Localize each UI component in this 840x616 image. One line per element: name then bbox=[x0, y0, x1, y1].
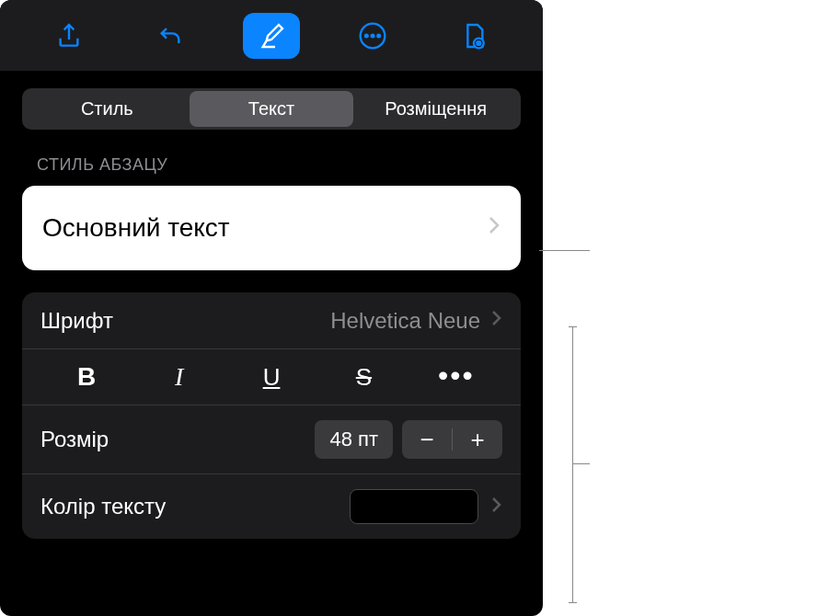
paragraph-style-value: Основний текст bbox=[42, 213, 230, 243]
format-button[interactable] bbox=[243, 13, 300, 59]
callout-line bbox=[569, 326, 577, 327]
size-decrease-button[interactable]: − bbox=[402, 420, 452, 459]
chevron-right-icon bbox=[491, 496, 502, 518]
svg-point-3 bbox=[377, 34, 380, 37]
font-value: Helvetica Neue bbox=[330, 308, 480, 334]
font-row[interactable]: Шрифт Helvetica Neue bbox=[22, 292, 521, 349]
document-view-icon bbox=[459, 21, 489, 51]
text-color-row[interactable]: Колір тексту bbox=[22, 474, 521, 539]
format-panel: Стиль Текст Розміщення СТИЛЬ АБЗАЦУ Осно… bbox=[0, 0, 543, 616]
tab-style[interactable]: Стиль bbox=[25, 91, 190, 127]
svg-point-1 bbox=[365, 34, 368, 37]
svg-point-5 bbox=[477, 41, 480, 45]
callout-line bbox=[572, 326, 573, 602]
text-color-swatch[interactable] bbox=[350, 489, 478, 524]
tab-layout[interactable]: Розміщення bbox=[353, 91, 518, 127]
undo-icon bbox=[155, 21, 185, 51]
strikethrough-button[interactable]: S bbox=[317, 363, 409, 392]
more-circle-icon bbox=[358, 21, 387, 51]
toolbar bbox=[0, 0, 543, 72]
callout-line bbox=[539, 250, 590, 251]
more-button[interactable] bbox=[344, 13, 401, 59]
text-style-row: B I U S ••• bbox=[22, 349, 521, 405]
italic-button[interactable]: I bbox=[132, 362, 224, 392]
size-increase-button[interactable]: + bbox=[453, 420, 502, 459]
paragraph-style-heading: СТИЛЬ АБЗАЦУ bbox=[22, 155, 521, 175]
ellipsis-icon: ••• bbox=[438, 359, 475, 392]
share-button[interactable] bbox=[40, 13, 98, 59]
bold-button[interactable]: B bbox=[40, 362, 132, 392]
chevron-right-icon bbox=[488, 215, 501, 241]
undo-button[interactable] bbox=[142, 13, 199, 59]
font-group: Шрифт Helvetica Neue B I U S ••• Розмір … bbox=[22, 292, 521, 539]
chevron-right-icon bbox=[491, 310, 502, 331]
underline-button[interactable]: U bbox=[225, 363, 317, 392]
font-label: Шрифт bbox=[40, 308, 330, 334]
paragraph-style-row[interactable]: Основний текст bbox=[22, 186, 521, 270]
size-stepper: − + bbox=[402, 420, 502, 459]
text-color-label: Колір тексту bbox=[40, 494, 350, 519]
more-styles-button[interactable]: ••• bbox=[410, 363, 502, 392]
svg-point-2 bbox=[372, 34, 374, 37]
callout-line bbox=[569, 602, 577, 603]
format-brush-icon bbox=[257, 21, 286, 51]
panel-content: Стиль Текст Розміщення СТИЛЬ АБЗАЦУ Осно… bbox=[0, 72, 543, 555]
callout-line bbox=[572, 463, 590, 464]
size-row: Розмір 48 пт − + bbox=[22, 405, 521, 474]
share-icon bbox=[54, 21, 84, 51]
size-value[interactable]: 48 пт bbox=[315, 420, 393, 459]
document-mode-button[interactable] bbox=[445, 13, 502, 59]
format-tabs: Стиль Текст Розміщення bbox=[22, 88, 521, 130]
tab-text[interactable]: Текст bbox=[190, 91, 354, 127]
size-label: Розмір bbox=[40, 427, 315, 452]
